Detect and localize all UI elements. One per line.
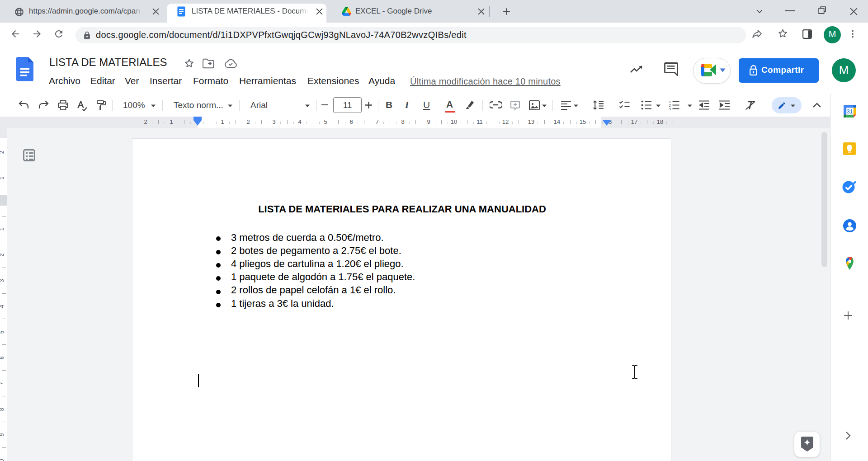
svg-text:3: 3 bbox=[669, 107, 671, 111]
svg-text:31: 31 bbox=[847, 108, 853, 115]
